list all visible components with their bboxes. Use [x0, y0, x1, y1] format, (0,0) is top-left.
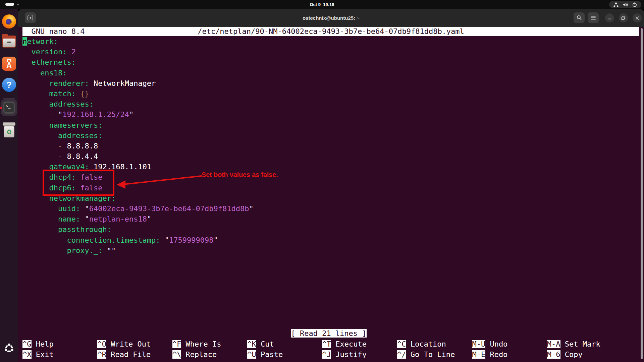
ubuntu-logo-icon	[3, 343, 15, 354]
shortcut-replace[interactable]: ^\ Replace	[172, 349, 221, 360]
menu-button[interactable]	[588, 12, 599, 23]
network-icon	[613, 2, 619, 7]
shortcut-execute[interactable]: ^T Execute	[322, 339, 367, 349]
status-message: [ Read 21 lines ]	[291, 329, 366, 338]
editor-line: passthrough:	[22, 224, 254, 235]
hamburger-icon	[591, 16, 596, 20]
editor-line: network:	[22, 36, 254, 47]
editor-line: match: {}	[22, 88, 254, 99]
show-apps-button[interactable]	[3, 343, 15, 354]
shortcut-location[interactable]: ^C Location	[397, 339, 455, 349]
editor-line: connection.timestamp: "1759999098"	[22, 235, 254, 245]
maximize-button[interactable]	[619, 13, 628, 22]
power-icon	[632, 2, 637, 7]
restore-icon	[621, 16, 626, 20]
running-indicator-dot	[0, 107, 2, 109]
scrollbar[interactable]	[641, 28, 643, 359]
dock-item-files[interactable]	[2, 36, 16, 48]
volume-icon	[623, 2, 628, 7]
shortcut-copy[interactable]: M-6 Copy	[547, 349, 600, 360]
editor-line: renderer: NetworkManager	[22, 78, 254, 88]
shortcut-bar: ^G Help^X Exit^O Write Out^R Read File^F…	[18, 339, 644, 360]
editor-line: version: 2	[22, 47, 254, 57]
editor-content[interactable]: network: version: 2 ethernets: ens18: re…	[22, 36, 254, 256]
minimize-button[interactable]	[605, 13, 614, 22]
close-button[interactable]	[633, 13, 642, 22]
dock-item-firefox[interactable]	[2, 14, 16, 28]
shortcut-read-file[interactable]: ^R Read File	[97, 349, 151, 360]
annotation-box	[43, 170, 114, 196]
terminal-icon: >_	[3, 102, 15, 114]
search-button[interactable]	[574, 12, 585, 23]
shortcut-write-out[interactable]: ^O Write Out	[97, 339, 151, 349]
shortcut-set-mark[interactable]: M-A Set Mark	[547, 339, 600, 349]
shortcut-redo[interactable]: M-E Redo	[472, 349, 507, 360]
dock-item-terminal[interactable]: >_	[1, 99, 17, 116]
nano-titlebar: GNU nano 8.4 /etc/netplan/90-NM-64002eca…	[22, 27, 639, 36]
window-title: ostechnix@ubuntu25: ~	[18, 9, 644, 27]
editor-line: uuid: "64002eca-9493-3b7e-be64-07db9f81d…	[22, 203, 254, 214]
shortcut-exit[interactable]: ^X Exit	[22, 349, 54, 360]
editor-line: proxy._: ""	[22, 245, 254, 256]
editor-line: addresses:	[22, 130, 254, 141]
close-icon	[635, 16, 639, 20]
dock-separator	[3, 98, 15, 99]
editor-line: - 8.8.4.4	[22, 151, 254, 162]
dock-item-app-center[interactable]: A	[2, 57, 16, 71]
dock-item-help[interactable]: ?	[2, 78, 16, 92]
editor-line: nameservers:	[22, 120, 254, 130]
clock[interactable]: Oct 9 19:18	[0, 0, 644, 9]
terminal-window: ostechnix@ubuntu25: ~ GNU nano 8.4	[18, 9, 644, 362]
top-bar: Oct 9 19:18	[0, 0, 644, 9]
system-tray[interactable]	[609, 1, 641, 8]
trash-icon	[3, 122, 15, 126]
shortcut-help[interactable]: ^G Help	[22, 339, 54, 349]
shortcut-where-is[interactable]: ^F Where Is	[172, 339, 221, 349]
dock: A ? >_ ♻	[0, 9, 18, 362]
minimize-icon	[608, 16, 612, 20]
shortcut-justify[interactable]: ^J Justify	[322, 349, 367, 360]
search-icon	[577, 15, 582, 20]
shortcut-cut[interactable]: ^K Cut	[247, 339, 283, 349]
folder-icon	[7, 42, 11, 43]
nano-filename: /etc/netplan/90-NM-64002eca-9493-3b7e-be…	[22, 27, 639, 36]
editor-line: - "192.168.1.25/24"	[22, 109, 254, 120]
editor-line: ens18:	[22, 68, 254, 78]
window-titlebar[interactable]: ostechnix@ubuntu25: ~	[18, 9, 644, 27]
editor-line: - 8.8.8.8	[22, 141, 254, 151]
nano-statusbar: [ Read 21 lines ]	[18, 328, 639, 338]
shortcut-paste[interactable]: ^U Paste	[247, 349, 283, 360]
editor-line: ethernets:	[22, 57, 254, 67]
dock-item-trash[interactable]: ♻	[2, 122, 16, 138]
editor-line: addresses:	[22, 99, 254, 109]
editor-line: name: "netplan-ens18"	[22, 214, 254, 224]
annotation-text: Set both values as false.	[202, 171, 278, 179]
shortcut-undo[interactable]: M-U Undo	[472, 339, 507, 349]
shortcut-go-to-line[interactable]: ^/ Go To Line	[397, 349, 455, 360]
